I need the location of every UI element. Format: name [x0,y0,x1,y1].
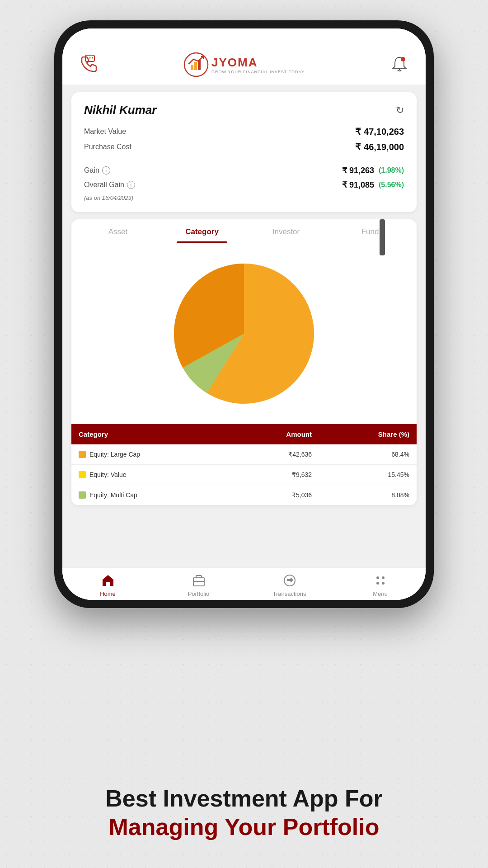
main-content: Nikhil Kumar ↻ Market Value ₹ 47,10,263 … [62,85,426,567]
phone-screen: JYOMA GROW YOUR FINANCIAL INVEST TODAY [62,28,426,600]
refresh-icon[interactable]: ↻ [396,104,404,116]
svg-point-2 [89,57,91,59]
market-value-label: Market Value [84,127,126,136]
amount-cell-1: ₹9,632 [234,465,319,485]
notification-icon[interactable] [387,52,412,77]
tabs-card: Asset Category Investor Fund [71,219,417,505]
category-name-2: Equity: Multi Cap [89,491,137,499]
logo-subtitle: GROW YOUR FINANCIAL INVEST TODAY [211,70,305,74]
gain-amount: ₹ 91,263 [342,165,374,175]
svg-point-16 [382,582,385,585]
overall-gain-amount: ₹ 91,085 [342,180,374,190]
color-dot-1 [79,471,86,478]
chat-phone-icon[interactable] [76,52,101,77]
top-nav: JYOMA GROW YOUR FINANCIAL INVEST TODAY [62,47,426,85]
col-amount: Amount [234,424,319,444]
category-name-1: Equity: Value [89,471,126,478]
home-icon [100,572,116,589]
tab-asset[interactable]: Asset [76,219,160,243]
date-note: (as on 16/04/2023) [84,194,404,201]
tab-category[interactable]: Category [160,219,244,243]
svg-rect-7 [198,60,201,70]
share-cell-1: 15.45% [319,465,417,485]
portfolio-card: Nikhil Kumar ↻ Market Value ₹ 47,10,263 … [71,92,417,212]
market-value: ₹ 47,10,263 [355,126,404,137]
portfolio-icon [191,572,207,589]
user-name: Nikhil Kumar [84,103,156,117]
transactions-icon [282,572,298,589]
gain-pct: (1.98%) [379,166,404,175]
svg-point-1 [87,57,88,59]
svg-point-9 [401,57,405,61]
tabs-header: Asset Category Investor Fund [71,219,417,243]
pie-chart [163,252,325,415]
gain-info-icon[interactable]: i [102,166,110,175]
svg-point-14 [382,576,385,579]
category-cell-0: Equity: Large Cap [71,444,234,465]
tab-fund[interactable]: Fund [328,219,412,243]
logo: JYOMA GROW YOUR FINANCIAL INVEST TODAY [183,52,305,77]
nav-home[interactable]: Home [62,572,153,597]
nav-transactions[interactable]: Transactions [244,572,335,597]
nav-menu[interactable]: Menu [335,572,426,597]
share-cell-0: 68.4% [319,444,417,465]
category-cell-2: Equity: Multi Cap [71,485,234,505]
amount-cell-0: ₹42,636 [234,444,319,465]
tagline-line2: Managing Your Portfolio [0,813,488,841]
col-category: Category [71,424,234,444]
color-dot-0 [79,451,86,458]
overall-gain-info-icon[interactable]: i [127,181,135,189]
svg-point-3 [92,57,94,59]
phone-frame: JYOMA GROW YOUR FINANCIAL INVEST TODAY [54,20,434,608]
svg-rect-5 [191,65,193,70]
amount-cell-2: ₹5,036 [234,485,319,505]
category-name-0: Equity: Large Cap [89,451,140,458]
data-table: Category Amount Share (%) Equity: Large … [71,424,417,505]
svg-rect-6 [194,62,197,70]
svg-point-15 [376,582,379,585]
col-share: Share (%) [319,424,417,444]
table-header-row: Category Amount Share (%) [71,424,417,444]
tagline-line1: Best Investment App For [0,784,488,812]
table-row: Equity: Value ₹9,632 15.45% [71,465,417,485]
bottom-nav: Home Portfolio [62,567,426,600]
color-dot-2 [79,491,86,499]
nav-home-label: Home [100,590,116,597]
table-row: Equity: Large Cap ₹42,636 68.4% [71,444,417,465]
nav-portfolio-label: Portfolio [188,590,210,597]
share-cell-2: 8.08% [319,485,417,505]
overall-gain-label: Overall Gain i [84,181,135,189]
table-row: Equity: Multi Cap ₹5,036 8.08% [71,485,417,505]
gain-label: Gain i [84,166,110,175]
menu-icon [372,572,389,589]
category-cell-1: Equity: Value [71,465,234,485]
status-bar [62,28,426,47]
nav-menu-label: Menu [373,590,388,597]
bottom-tagline: Best Investment App For Managing Your Po… [0,784,488,841]
chart-container [71,243,417,424]
nav-transactions-label: Transactions [273,590,306,597]
nav-portfolio[interactable]: Portfolio [153,572,244,597]
svg-point-13 [376,576,379,579]
purchase-cost: ₹ 46,19,000 [355,142,404,152]
logo-text: JYOMA [211,56,305,70]
tab-investor[interactable]: Investor [244,219,328,243]
overall-gain-pct: (5.56%) [379,181,404,189]
purchase-cost-label: Purchase Cost [84,143,131,151]
